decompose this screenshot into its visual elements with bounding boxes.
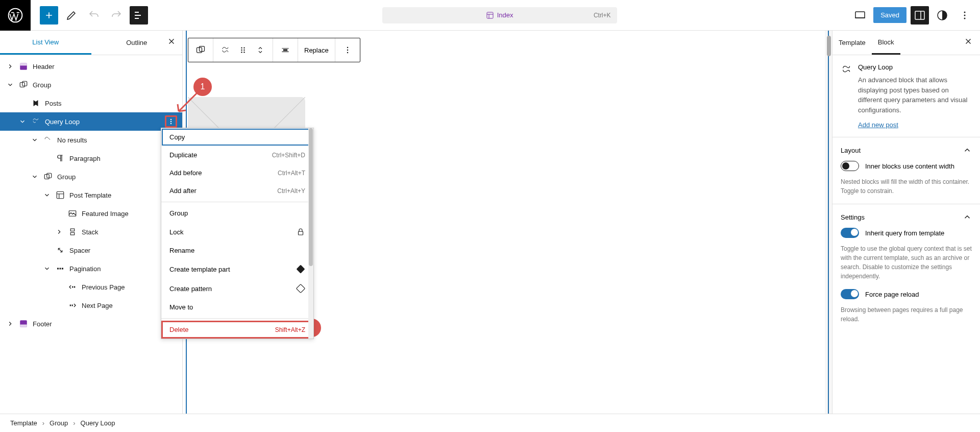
chevron-down-icon[interactable]	[43, 191, 51, 199]
menu-create-template-part[interactable]: Create template part	[161, 259, 313, 279]
wordpress-logo[interactable]	[0, 0, 31, 31]
block-toolbar: Replace	[188, 38, 360, 62]
tree-item-post-template[interactable]: Post Template	[0, 186, 182, 204]
loop-block-icon	[43, 135, 53, 145]
tab-template[interactable]: Template	[832, 32, 872, 54]
styles-button[interactable]	[933, 6, 951, 25]
align-button[interactable]	[279, 44, 291, 56]
chevron-right-icon[interactable]	[55, 228, 63, 236]
move-buttons[interactable]	[254, 44, 266, 56]
prev-page-icon	[67, 282, 78, 292]
add-new-post-link[interactable]: Add new post	[858, 121, 898, 129]
chevron-down-icon[interactable]	[31, 173, 39, 181]
block-more-button[interactable]	[341, 44, 354, 56]
tree-label: Footer	[33, 320, 52, 328]
canvas-scrollbar[interactable]	[825, 31, 832, 414]
drag-handle[interactable]	[237, 44, 249, 56]
close-panel-button[interactable]	[167, 37, 176, 49]
svg-point-13	[170, 121, 172, 122]
svg-rect-2	[855, 12, 865, 18]
tree-item-previous-page[interactable]: Previous Page	[0, 278, 182, 296]
tree-item-spacer[interactable]: Spacer	[0, 241, 182, 259]
tree-item-featured-image[interactable]: Featured Image	[0, 204, 182, 223]
parent-block-button[interactable]	[194, 44, 207, 56]
menu-group[interactable]: Group	[161, 204, 313, 222]
tree-item-footer[interactable]: Footer	[0, 315, 182, 333]
tree-item-group-inner[interactable]: Group	[0, 167, 182, 186]
options-button[interactable]	[955, 6, 974, 25]
tree-label: Query Loop	[45, 118, 80, 126]
undo-icon	[88, 9, 100, 21]
pagination-block-icon	[55, 263, 65, 274]
tree-item-group[interactable]: Group	[0, 76, 182, 94]
close-settings-button[interactable]	[964, 37, 973, 49]
drag-icon	[238, 45, 248, 55]
group-block-icon	[18, 80, 29, 90]
tree-label: Previous Page	[82, 283, 125, 291]
menu-delete[interactable]: DeleteShift+Alt+Z	[161, 321, 313, 339]
svg-rect-24	[72, 286, 73, 288]
svg-rect-9	[20, 63, 27, 65]
tree-item-next-page[interactable]: Next Page	[0, 296, 182, 315]
tree-item-query-loop[interactable]: Query Loop	[0, 112, 182, 131]
menu-add-before[interactable]: Add beforeCtrl+Alt+T	[161, 164, 313, 182]
menu-separator	[161, 202, 313, 202]
add-block-button[interactable]	[40, 6, 58, 25]
menu-move-to[interactable]: Move to	[161, 298, 313, 316]
menu-duplicate[interactable]: DuplicateCtrl+Shift+D	[161, 146, 313, 164]
tree-label: Header	[33, 63, 55, 70]
document-overview-button[interactable]	[130, 6, 148, 25]
undo-button[interactable]	[85, 6, 103, 25]
svg-point-14	[170, 123, 172, 124]
breadcrumb-item[interactable]: Template	[10, 419, 37, 427]
menu-rename[interactable]: Rename	[161, 242, 313, 259]
menu-add-after[interactable]: Add afterCtrl+Alt+Y	[161, 182, 313, 200]
breadcrumb-item[interactable]: Group	[50, 419, 68, 427]
force-reload-toggle[interactable]	[841, 289, 859, 299]
chevron-down-icon[interactable]	[18, 117, 27, 126]
template-part-icon	[296, 265, 305, 274]
close-icon	[964, 37, 973, 46]
block-tree: Header Group Posts Query Loop	[0, 55, 182, 414]
tree-item-posts[interactable]: Posts	[0, 94, 182, 112]
document-title-bar[interactable]: Index Ctrl+K	[382, 7, 617, 23]
svg-rect-21	[57, 268, 59, 270]
breadcrumb-item[interactable]: Query Loop	[81, 419, 115, 427]
tree-item-stack[interactable]: Stack	[0, 223, 182, 241]
tree-item-header[interactable]: Header	[0, 57, 182, 76]
svg-rect-3	[915, 11, 924, 19]
query-loop-icon	[841, 63, 853, 129]
menu-copy[interactable]: Copy	[161, 128, 313, 146]
chevron-down-icon[interactable]	[43, 265, 51, 273]
redo-button[interactable]	[107, 6, 126, 25]
layout-section-toggle[interactable]: Layout	[841, 146, 972, 155]
inherit-query-toggle[interactable]	[841, 228, 859, 238]
tree-item-paragraph[interactable]: Paragraph	[0, 149, 182, 167]
inner-blocks-width-toggle[interactable]	[841, 161, 859, 171]
replace-button[interactable]: Replace	[304, 44, 329, 56]
section-title: Settings	[841, 213, 865, 221]
tree-item-pagination[interactable]: Pagination	[0, 259, 182, 278]
settings-sidebar-toggle[interactable]	[911, 6, 929, 25]
tools-button[interactable]	[62, 6, 81, 25]
scroll-thumb[interactable]	[309, 128, 313, 266]
breadcrumb-separator: ›	[73, 419, 75, 427]
inherit-help-text: Toggle to use the global query context t…	[841, 244, 972, 281]
chevron-down-icon[interactable]	[31, 136, 39, 144]
top-toolbar: Index Ctrl+K Saved	[0, 0, 980, 31]
tab-list-view[interactable]: List View	[0, 31, 91, 55]
panel-tabs: List View Outline	[0, 31, 182, 55]
save-button[interactable]: Saved	[873, 7, 906, 23]
tab-block[interactable]: Block	[872, 31, 900, 55]
settings-section-toggle[interactable]: Settings	[841, 212, 972, 222]
menu-lock[interactable]: Lock	[161, 222, 313, 242]
chevron-right-icon[interactable]	[6, 62, 14, 70]
chevron-right-icon[interactable]	[6, 320, 14, 328]
tree-item-no-results[interactable]: No results	[0, 131, 182, 149]
menu-create-pattern[interactable]: Create pattern	[161, 279, 313, 298]
block-type-button[interactable]	[219, 44, 232, 56]
view-button[interactable]	[851, 6, 869, 25]
scroll-thumb[interactable]	[827, 36, 831, 56]
menu-scrollbar[interactable]	[308, 128, 313, 339]
chevron-down-icon[interactable]	[6, 81, 14, 89]
